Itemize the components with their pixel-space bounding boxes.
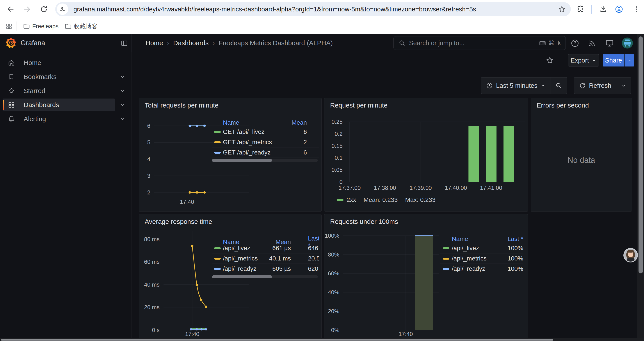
back-icon[interactable] (6, 5, 15, 14)
panel-title[interactable]: Total requests per minute (145, 102, 218, 109)
menu-kebab-icon[interactable] (632, 5, 641, 14)
news-rss-icon[interactable] (588, 39, 597, 48)
legend-row[interactable]: /api/_readyz605 µs620 µs (212, 264, 319, 274)
panel-title[interactable]: Errors per second (536, 102, 589, 109)
legend-row[interactable]: GET /api/_readyz6 (212, 147, 319, 158)
chevron-down-icon[interactable] (120, 102, 126, 108)
clock-icon (486, 82, 493, 89)
kiosk-monitor-icon[interactable] (605, 39, 614, 48)
avatar-image (624, 249, 637, 261)
series-color-pill (214, 268, 221, 270)
legend-scrollbar[interactable] (212, 159, 318, 162)
sidebar-item-home[interactable]: Home (3, 56, 115, 69)
series-name[interactable]: /api/_readyz (452, 265, 491, 272)
legend-header[interactable]: Name (452, 235, 491, 242)
legend-header[interactable]: Mean (267, 119, 307, 126)
share-dropdown-button[interactable] (624, 54, 634, 67)
chevron-down-icon[interactable] (120, 74, 126, 80)
vertical-scrollbar-thumb[interactable] (638, 37, 643, 273)
legend-row[interactable]: /api/_metrics100% (440, 253, 523, 264)
svg-text:40 ms: 40 ms (144, 281, 160, 288)
favorite-star-icon[interactable] (546, 56, 554, 64)
chevron-down-icon[interactable] (120, 116, 126, 122)
series-color-pill (443, 258, 449, 260)
series-value: 2 (267, 139, 307, 146)
time-range-picker[interactable]: Last 5 minutes (481, 78, 550, 94)
legend-row[interactable]: /api/_metrics40.1 ms20.5 ms (212, 253, 319, 264)
bookmark-item[interactable]: Freeleaps (22, 23, 58, 30)
extensions-icon[interactable] (576, 5, 585, 14)
series-name[interactable]: GET /api/_livez (223, 128, 267, 135)
panel-title[interactable]: Average response time (145, 218, 212, 225)
series-name[interactable]: /api/_livez (223, 245, 267, 252)
chart-canvas[interactable]: 0.250.20.150.10.05017:37:0017:38:0017:39… (324, 98, 528, 211)
reload-icon[interactable] (40, 5, 48, 14)
user-avatar[interactable] (622, 38, 633, 49)
sidebar-toggle-icon[interactable] (120, 40, 128, 47)
downloads-icon[interactable] (599, 5, 608, 14)
svg-text:17:40: 17:40 (185, 331, 200, 337)
legend-row[interactable]: /api/_livez661 µs646 µs (212, 243, 319, 253)
series-name[interactable]: /api/_metrics (223, 255, 267, 262)
legend-row[interactable]: /api/_readyz100% (440, 264, 523, 274)
sidebar-item-label: Bookmarks (24, 73, 56, 81)
series-name[interactable]: 2xx (346, 196, 356, 203)
bookmark-item[interactable]: 收藏博客 (64, 22, 98, 30)
chevron-down-icon[interactable] (120, 88, 126, 94)
sidebar-item-bookmarks[interactable]: Bookmarks (3, 71, 115, 83)
legend-row[interactable]: GET /api/_metrics2 (212, 137, 319, 147)
refresh-interval-dropdown[interactable] (616, 78, 631, 94)
sidebar-item-label: Alerting (24, 115, 46, 123)
series-name[interactable]: /api/_readyz (223, 265, 267, 272)
refresh-button[interactable]: Refresh (574, 78, 616, 94)
legend-header[interactable]: Name (223, 119, 267, 126)
series-value: 20.5 ms (308, 255, 319, 262)
forward-icon[interactable] (23, 5, 32, 14)
apps-icon (8, 101, 15, 108)
dashboard-actions-bar: Export Share (132, 52, 644, 69)
legend-header-row: NameMeanLast * (212, 235, 319, 243)
horizontal-scrollbar-thumb[interactable] (1, 339, 553, 340)
help-icon[interactable] (570, 39, 580, 48)
profile-icon[interactable] (615, 5, 624, 14)
share-button[interactable]: Share (603, 54, 624, 67)
time-zoom-out-button[interactable] (550, 78, 567, 94)
apps-grid-icon[interactable] (5, 22, 13, 31)
series-name[interactable]: GET /api/_readyz (223, 149, 267, 156)
legend-scrollbar[interactable] (212, 275, 318, 278)
sidebar-item-starred[interactable]: Starred (3, 85, 115, 97)
brand-title[interactable]: Grafana (20, 34, 45, 52)
site-settings-icon[interactable] (57, 4, 68, 15)
sidebar-item-alerting[interactable]: Alerting (3, 113, 115, 125)
series-name[interactable]: /api/_livez (452, 245, 491, 252)
export-button[interactable]: Export (568, 54, 599, 67)
svg-text:40%: 40% (328, 289, 339, 295)
series-name[interactable]: GET /api/_metrics (223, 139, 267, 146)
legend-header[interactable]: Last * (491, 235, 523, 242)
time-picker-group: Last 5 minutes (481, 77, 567, 94)
legend-row[interactable]: GET /api/_livez6 (212, 127, 319, 137)
search-input[interactable]: Search or jump to... ⌘+k (394, 36, 566, 50)
grafana-logo-icon[interactable] (6, 38, 16, 48)
legend-row[interactable]: /api/_livez100% (440, 243, 523, 253)
breadcrumb-item[interactable]: Home (146, 39, 163, 47)
series-name[interactable]: /api/_metrics (452, 255, 491, 262)
panel-title[interactable]: Requests under 100ms (330, 218, 398, 225)
floating-assistant-avatar[interactable] (624, 248, 638, 262)
chart-canvas[interactable]: 100%80%60%40%20%0%17:40 (324, 214, 528, 341)
breadcrumb-item[interactable]: Dashboards (173, 39, 209, 47)
sidebar-item-dashboards[interactable]: Dashboards (3, 99, 115, 111)
search-icon (398, 40, 406, 47)
series-color-pill (214, 131, 221, 133)
chevron-down-icon (621, 83, 626, 88)
star-icon (8, 87, 15, 94)
bookmark-star-icon[interactable] (558, 5, 566, 14)
url-text[interactable]: grafana.mathmast.com/d/deytv4rwavabkb/fr… (74, 6, 558, 13)
url-bar[interactable]: grafana.mathmast.com/d/deytv4rwavabkb/fr… (55, 2, 571, 16)
browser-toolbar: grafana.mathmast.com/d/deytv4rwavabkb/fr… (0, 0, 644, 19)
legend-scrollbar-thumb[interactable] (212, 275, 272, 278)
panel-title[interactable]: Request per minute (330, 102, 388, 109)
legend-scrollbar-thumb[interactable] (212, 159, 272, 162)
vertical-scrollbar[interactable] (637, 34, 644, 341)
horizontal-scrollbar[interactable] (0, 338, 644, 341)
